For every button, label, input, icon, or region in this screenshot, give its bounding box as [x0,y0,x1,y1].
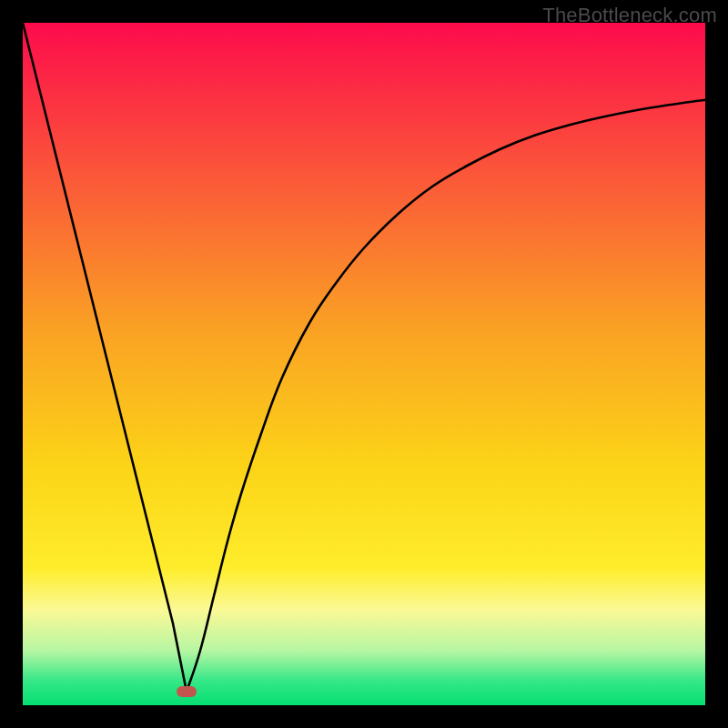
chart-frame [23,23,705,705]
curve-line [23,23,705,705]
watermark-text: TheBottleneck.com [542,4,717,27]
bottleneck-marker [177,686,197,697]
